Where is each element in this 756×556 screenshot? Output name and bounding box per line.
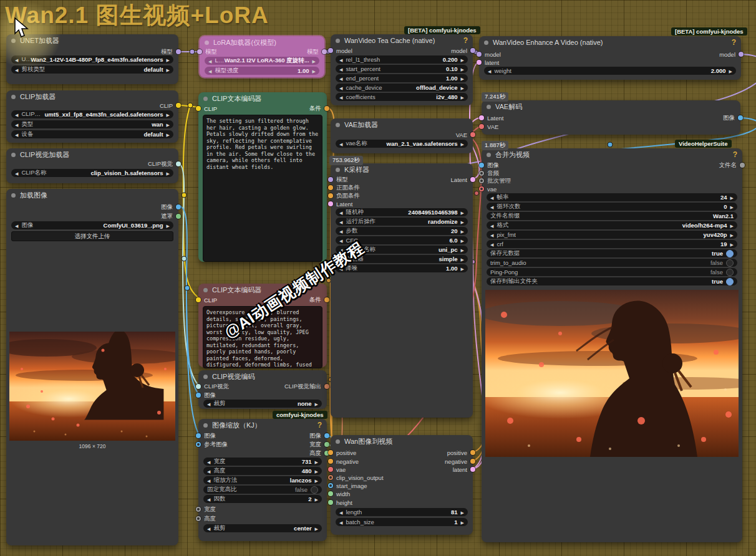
node-header[interactable]: 图像缩放（KJ）? xyxy=(198,419,327,431)
output-conditioning-slot[interactable] xyxy=(324,106,329,111)
collapse-dot-icon[interactable] xyxy=(203,97,208,101)
widget-end-percent[interactable]: end_percent1.00 xyxy=(336,74,468,82)
toggle-knob[interactable] xyxy=(311,486,318,494)
widget-height[interactable]: 高度480 xyxy=(203,467,322,475)
node-enhance-a-video[interactable]: WanVideo Enhance A Video (native)? model… xyxy=(479,36,741,80)
input-width-slot[interactable] xyxy=(328,491,333,496)
node-load-image[interactable]: 加载图像 图像 遮罩 图像ComfyUI_03619_.png 选择文件上传 xyxy=(6,189,178,545)
input-start-image-slot[interactable] xyxy=(328,483,333,488)
node-clipvision-encode[interactable]: CLIP视觉编码 CLIP视觉 图像 CLIP视觉输出 裁剪none xyxy=(198,370,327,409)
widget-coefficients[interactable]: coefficientsi2v_480 xyxy=(336,93,468,101)
input-ref-image-slot[interactable] xyxy=(196,442,201,447)
widget-clip-device[interactable]: 设备default xyxy=(11,130,173,138)
help-icon[interactable]: ? xyxy=(733,150,737,159)
input-model-slot[interactable] xyxy=(197,49,202,54)
output-image-slot[interactable] xyxy=(738,115,743,120)
input-positive-slot[interactable] xyxy=(328,450,333,455)
node-wan-image-to-video[interactable]: Wan图像到视频 positive negative vae clip_visi… xyxy=(331,435,473,535)
widget-trim-to-audio-toggle[interactable]: trim_to_audiofalse xyxy=(487,259,737,267)
collapse-dot-icon[interactable] xyxy=(11,193,16,198)
input-height-slot[interactable] xyxy=(328,500,333,505)
widget-pingpong-toggle[interactable]: Ping-Pongfalse xyxy=(487,268,737,276)
widget-save-metadata-toggle[interactable]: 保存元数据true xyxy=(487,249,737,257)
input-width-slot[interactable] xyxy=(196,507,201,512)
input-vae-slot[interactable] xyxy=(328,467,333,472)
node-vae-decode[interactable]: VAE解码 Latent VAE 图像 xyxy=(482,100,740,135)
node-ksampler[interactable]: K采样器 模型 正面条件 负面条件 Latent Latent 随机种24084… xyxy=(331,163,473,418)
toggle-knob[interactable] xyxy=(726,250,734,257)
collapse-dot-icon[interactable] xyxy=(336,39,340,43)
widget-frame-rate[interactable]: 帧率24 xyxy=(487,193,737,201)
node-clip-text-encode-negative[interactable]: CLIP文本编码器 CLIP 条件 Overexposure, static, … xyxy=(198,284,327,367)
node-header[interactable]: CLIP加载器 xyxy=(6,90,178,103)
output-model-slot[interactable] xyxy=(176,49,181,54)
input-negative-slot[interactable] xyxy=(328,459,333,464)
widget-image-file[interactable]: 图像ComfyUI_03619_.png xyxy=(11,221,173,229)
input-clip-slot[interactable] xyxy=(196,297,201,302)
node-teacache[interactable]: WanVideo Tea Cache (native)? model model… xyxy=(331,34,473,105)
output-filenames-slot[interactable] xyxy=(740,163,745,168)
input-clip-slot[interactable] xyxy=(196,106,201,111)
node-clipvision-loader[interactable]: CLIP视觉加载器 CLIP视觉 CLIP名称clip_vision_h.saf… xyxy=(6,148,178,183)
node-header[interactable]: LoRA加载器(仅模型) xyxy=(200,36,324,49)
widget-length[interactable]: length81 xyxy=(336,508,468,516)
input-clipvision-slot[interactable] xyxy=(196,384,201,389)
input-negative-slot[interactable] xyxy=(328,193,333,198)
output-model-slot[interactable] xyxy=(322,49,327,54)
node-header[interactable]: CLIP视觉加载器 xyxy=(6,148,178,161)
node-header[interactable]: VAE加载器 xyxy=(331,118,473,131)
output-image-slot[interactable] xyxy=(324,433,329,438)
collapse-dot-icon[interactable] xyxy=(336,439,340,444)
toggle-knob[interactable] xyxy=(726,278,734,285)
widget-format[interactable]: 格式video/h264-mp4 xyxy=(487,221,737,229)
widget-clipvision-name[interactable]: CLIP名称clip_vision_h.safetensors xyxy=(11,169,173,177)
output-width-slot[interactable] xyxy=(324,442,329,447)
widget-control-after-generate[interactable]: 运行后操作randomize xyxy=(336,218,468,226)
widget-clip-name[interactable]: CLIP名称umt5_xxl_fp8_e4m3fn_scaled.safeten… xyxy=(11,110,173,118)
output-negative-slot[interactable] xyxy=(470,459,475,464)
input-model-slot[interactable] xyxy=(328,48,333,53)
widget-start-percent[interactable]: start_percent0.10 xyxy=(336,65,468,73)
node-header[interactable]: 合并为视频? xyxy=(482,148,742,161)
node-header[interactable]: WanVideo Tea Cache (native)? xyxy=(331,34,473,47)
output-positive-slot[interactable] xyxy=(470,450,475,455)
input-latent-slot[interactable] xyxy=(328,201,333,206)
widget-batch-size[interactable]: batch_size1 xyxy=(336,518,468,526)
node-header[interactable]: Wan图像到视频 xyxy=(331,435,473,448)
widget-loop-count[interactable]: 循环次数0 xyxy=(487,203,737,211)
node-clip-loader[interactable]: CLIP加载器 CLIP CLIP名称umt5_xxl_fp8_e4m3fn_s… xyxy=(6,90,178,143)
collapse-dot-icon[interactable] xyxy=(336,168,340,172)
input-vae-slot[interactable] xyxy=(479,186,484,191)
input-model-slot[interactable] xyxy=(477,52,482,57)
output-clipvision-output-slot[interactable] xyxy=(324,384,329,389)
output-model-slot[interactable] xyxy=(470,48,475,53)
widget-width[interactable]: 宽度731 xyxy=(203,458,322,466)
widget-lora-name[interactable]: LoRA名称Wan2.1 I2V LoRA-360 度旋转... xyxy=(205,57,319,65)
widget-lora-strength[interactable]: 模型强度1.00 xyxy=(205,67,319,75)
node-clip-text-encode-positive[interactable]: CLIP文本编码器 CLIP 条件 The setting sun filter… xyxy=(198,92,327,262)
collapse-dot-icon[interactable] xyxy=(205,41,209,45)
output-image-slot[interactable] xyxy=(176,204,181,209)
upload-button[interactable]: 选择文件上传 xyxy=(11,231,173,241)
output-clip-slot[interactable] xyxy=(176,103,181,108)
widget-filename-prefix[interactable]: 文件名前缀Wan2.1 xyxy=(487,212,737,220)
widget-rel-l1-thresh[interactable]: rel_l1_thresh0.200 xyxy=(336,55,468,64)
widget-divisible-by[interactable]: 因数2 xyxy=(203,495,322,503)
input-batch-manager-slot[interactable] xyxy=(479,178,484,183)
input-vae-slot[interactable] xyxy=(479,124,484,129)
input-image-slot[interactable] xyxy=(479,163,484,168)
input-image-slot[interactable] xyxy=(196,433,201,438)
node-video-combine[interactable]: 合并为视频? 图像 音频 批次管理 vae 文件名 帧率24 循环次数0 文件名… xyxy=(482,148,742,542)
widget-save-output-toggle[interactable]: 保存到输出文件夹true xyxy=(487,277,737,285)
output-mask-slot[interactable] xyxy=(176,214,181,219)
widget-pix-fmt[interactable]: pix_fmtyuv420p xyxy=(487,231,737,239)
input-image-slot[interactable] xyxy=(196,393,201,398)
collapse-dot-icon[interactable] xyxy=(484,41,488,45)
output-conditioning-slot[interactable] xyxy=(324,297,329,302)
help-icon[interactable]: ? xyxy=(732,38,736,47)
input-height-slot[interactable] xyxy=(196,516,201,521)
widget-crop[interactable]: 裁剪none xyxy=(203,400,322,408)
output-latent-slot[interactable] xyxy=(470,177,475,182)
toggle-knob[interactable] xyxy=(726,269,734,276)
collapse-dot-icon[interactable] xyxy=(487,153,491,157)
